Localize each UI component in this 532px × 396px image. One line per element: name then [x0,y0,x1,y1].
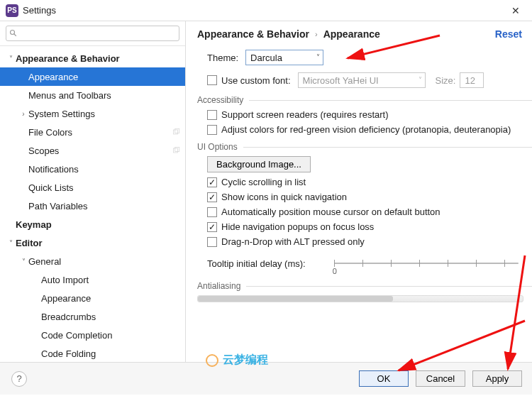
divider [249,100,532,101]
ok-button[interactable]: OK [359,370,409,387]
font-size-value: 12 [465,75,475,86]
group-ui-options-label: UI Options [197,142,238,152]
divider [246,286,532,287]
search-icon [9,29,18,38]
settings-tree[interactable]: ˅Appearance & BehaviorAppearanceMenus an… [0,46,185,362]
slider-track [334,263,519,264]
tree-item-label: General [28,256,181,267]
tree-item[interactable]: Breadcrumbs [0,307,185,326]
search-row [0,21,185,46]
screen-readers-option[interactable]: Support screen readers (requires restart… [207,109,532,120]
chevron-down-icon[interactable]: ˅ [6,239,16,247]
reset-link[interactable]: Reset [495,28,522,40]
close-icon[interactable]: ✕ [505,5,526,16]
cyclic-scroll-label: Cyclic scrolling in list [221,177,306,187]
tree-item[interactable]: Code Folding [0,344,185,362]
tree-item[interactable]: Keymap [0,215,185,233]
chevron-right-icon[interactable]: › [18,110,28,118]
scrollbar-thumb[interactable] [198,296,393,302]
slider-tick [476,260,477,267]
tree-item[interactable]: Notifications [0,160,185,178]
show-icons-label: Show icons in quick navigation [221,192,347,202]
tree-item[interactable]: Appearance [0,289,185,307]
slider-tick [504,260,505,267]
tree-item-label: Appearance [41,293,181,304]
theme-row: Theme: Darcula ˅ [197,50,532,65]
font-size-input[interactable]: 12 [460,72,484,88]
hide-nav-label: Hide navigation popups on focus loss [221,221,374,232]
svg-point-0 [11,31,15,35]
group-ui-options: UI Options [197,142,532,152]
tree-item-label: Scopes [28,145,172,156]
background-image-button[interactable]: Background Image... [207,156,311,172]
search-input[interactable] [6,26,179,41]
tooltip-delay-label: Tooltip initial delay (ms): [207,258,306,269]
chevron-down-icon[interactable]: ˅ [6,55,16,62]
tree-item[interactable]: Scopes [0,141,185,160]
tree-item-label: Keymap [16,219,181,230]
tree-item-label: Auto Import [41,275,181,285]
drag-alt-option[interactable]: Drag-n-Drop with ALT pressed only [207,236,532,247]
apply-button[interactable]: Apply [472,370,522,387]
sidebar: ˅Appearance & BehaviorAppearanceMenus an… [0,21,186,362]
screen-readers-label: Support screen readers (requires restart… [221,109,389,120]
auto-cursor-checkbox[interactable] [207,207,217,217]
breadcrumb-leaf: Appearance [323,28,380,40]
hide-nav-checkbox[interactable] [207,222,217,232]
tree-item[interactable]: Code Completion [0,326,185,344]
watermark-icon [206,354,218,367]
custom-font-checkbox[interactable] [207,75,217,85]
tree-item[interactable]: ˅General [0,252,185,270]
show-icons-checkbox[interactable] [207,192,217,202]
tree-item[interactable]: ˅Editor [0,233,185,252]
slider-tick [334,260,335,267]
tree-item[interactable]: Path Variables [0,197,185,215]
tree-item[interactable]: ˅Appearance & Behavior [0,49,185,67]
tree-item[interactable]: ›System Settings [0,104,185,123]
chevron-right-icon: › [315,30,318,38]
svg-rect-5 [175,148,179,152]
tree-item-label: File Colors [28,127,172,138]
chevron-down-icon[interactable]: ˅ [18,258,28,265]
slider-tick [391,260,392,267]
tree-item[interactable]: Quick Lists [0,178,185,197]
custom-font-select[interactable]: Microsoft YaHei UI ˅ [298,72,426,88]
breadcrumb-root[interactable]: Appearance & Behavior [197,28,309,40]
accessibility-options: Support screen readers (requires restart… [197,109,532,135]
slider-tick [448,260,448,267]
window-title: Settings [23,5,505,16]
tooltip-delay-slider[interactable]: 0 [334,255,519,271]
ui-options: Background Image... Cyclic scrolling in … [197,156,532,271]
group-antialiasing-label: Antialiasing [197,281,240,291]
group-accessibility-label: Accessibility [197,95,243,105]
group-antialiasing: Antialiasing [197,281,532,291]
bg-image-row: Background Image... [207,156,532,172]
custom-font-row: Use custom font: Microsoft YaHei UI ˅ Si… [197,72,532,88]
custom-font-value: Microsoft YaHei UI [303,75,379,86]
window-titlebar: PS Settings ✕ [0,0,532,21]
project-scope-icon [172,146,181,155]
cyclic-scroll-option[interactable]: Cyclic scrolling in list [207,177,532,187]
slider-min-label: 0 [333,267,337,275]
auto-cursor-label: Automatically position mouse cursor on d… [221,207,440,217]
cancel-button[interactable]: Cancel [416,370,465,387]
theme-select[interactable]: Darcula ˅ [245,50,323,65]
tree-item[interactable]: Menus and Toolbars [0,86,185,104]
tree-item-label: Notifications [28,164,181,175]
tree-item[interactable]: File Colors [0,123,185,141]
auto-cursor-option[interactable]: Automatically position mouse cursor on d… [207,207,532,217]
tree-item[interactable]: Auto Import [0,270,185,289]
cyclic-scroll-checkbox[interactable] [207,177,217,187]
help-button[interactable]: ? [11,371,27,387]
tree-item-label: Quick Lists [28,182,181,193]
screen-readers-checkbox[interactable] [207,110,217,120]
horizontal-scrollbar[interactable] [197,295,523,302]
color-deficiency-checkbox[interactable] [207,125,217,135]
show-icons-option[interactable]: Show icons in quick navigation [207,192,532,202]
tree-item[interactable]: Appearance [0,67,185,86]
tree-item-label: Appearance & Behavior [16,53,181,64]
hide-nav-option[interactable]: Hide navigation popups on focus loss [207,221,532,232]
color-deficiency-option[interactable]: Adjust colors for red-green vision defic… [207,124,532,135]
color-deficiency-label: Adjust colors for red-green vision defic… [221,124,511,135]
drag-alt-checkbox[interactable] [207,237,217,247]
